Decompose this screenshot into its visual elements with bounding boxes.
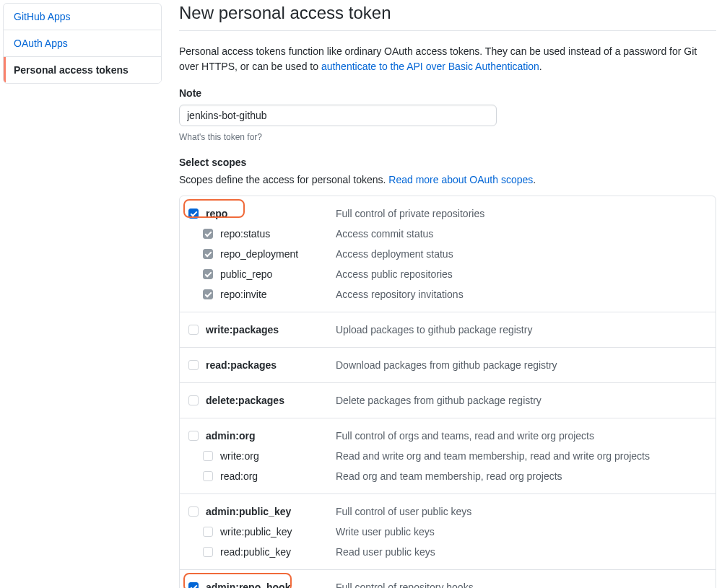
scopes-heading: Select scopes (179, 157, 716, 168)
checkbox-repo-deployment (203, 249, 213, 259)
scope-row-read-public-key: read:public_keyRead user public keys (188, 542, 707, 562)
scope-name: delete:packages (206, 393, 336, 408)
scope-row-admin-org: admin:orgFull control of orgs and teams,… (188, 426, 707, 446)
checkbox-admin-org[interactable] (188, 431, 199, 441)
scope-row-admin-public-key: admin:public_keyFull control of user pub… (188, 501, 707, 522)
auth-doc-link[interactable]: authenticate to the API over Basic Authe… (321, 61, 539, 72)
scope-row-admin-repo-hook: admin:repo_hookFull control of repositor… (188, 577, 707, 588)
scope-desc: Access deployment status (336, 247, 707, 261)
scope-name: write:org (220, 449, 336, 463)
sidebar-item-oauth-apps[interactable]: OAuth Apps (4, 30, 161, 57)
checkbox-write-packages[interactable] (188, 325, 199, 335)
scope-group-read-packages: read:packagesDownload packages from gith… (180, 348, 716, 383)
checkbox-admin-repo-hook[interactable] (188, 582, 199, 588)
scope-name: read:packages (206, 358, 336, 372)
checkbox-repo[interactable] (188, 209, 199, 219)
scope-desc: Upload packages to github package regist… (336, 322, 707, 337)
scopes-intro: Scopes define the access for personal to… (179, 174, 716, 185)
oauth-scopes-link[interactable]: Read more about OAuth scopes (388, 174, 533, 185)
scope-desc: Read user public keys (336, 545, 707, 559)
scope-name: read:public_key (220, 545, 336, 559)
scope-group-repo: repoFull control of private repositories… (180, 196, 716, 312)
scope-name: write:public_key (220, 525, 336, 539)
main-content: New personal access token Personal acces… (162, 3, 718, 588)
scope-group-admin-repo-hook: admin:repo_hookFull control of repositor… (180, 570, 716, 588)
scope-group-admin-public-key: admin:public_keyFull control of user pub… (180, 494, 716, 570)
scope-desc: Access public repositories (336, 267, 707, 281)
scope-desc: Full control of orgs and teams, read and… (336, 429, 707, 443)
scope-name: repo_deployment (220, 247, 336, 261)
scope-name: repo (206, 206, 336, 221)
sidebar: GitHub AppsOAuth AppsPersonal access tok… (3, 3, 162, 588)
scope-row-repo-deployment: repo_deploymentAccess deployment status (188, 244, 707, 264)
scope-name: repo:status (220, 227, 336, 241)
checkbox-write-public-key[interactable] (203, 527, 213, 537)
note-input[interactable] (179, 105, 497, 126)
scope-desc: Access repository invitations (336, 287, 707, 302)
scope-group-admin-org: admin:orgFull control of orgs and teams,… (180, 418, 716, 494)
scope-group-write-packages: write:packagesUpload packages to github … (180, 312, 716, 348)
sidebar-item-github-apps[interactable]: GitHub Apps (4, 4, 161, 30)
scope-row-write-org: write:orgRead and write org and team mem… (188, 446, 707, 466)
note-label: Note (179, 87, 716, 99)
scope-row-repo: repoFull control of private repositories (188, 203, 707, 224)
scope-desc: Access commit status (336, 227, 707, 241)
scope-name: write:packages (206, 322, 336, 337)
checkbox-delete-packages[interactable] (188, 395, 199, 405)
scope-name: admin:public_key (206, 504, 336, 519)
scope-desc: Read and write org and team membership, … (336, 449, 707, 463)
scope-name: public_repo (220, 267, 336, 281)
note-hint: What's this token for? (179, 132, 716, 142)
scope-group-delete-packages: delete:packagesDelete packages from gith… (180, 383, 716, 418)
scope-row-public-repo: public_repoAccess public repositories (188, 264, 707, 284)
scope-name: read:org (220, 469, 336, 483)
checkbox-public-repo (203, 269, 213, 279)
scopes-box: repoFull control of private repositories… (179, 196, 716, 588)
intro-text: Personal access tokens function like ord… (179, 44, 716, 74)
scope-row-repo-invite: repo:inviteAccess repository invitations (188, 284, 707, 304)
page-title: New personal access token (179, 3, 716, 31)
scope-desc: Full control of user public keys (336, 504, 707, 519)
scope-desc: Download packages from github package re… (336, 358, 707, 372)
scope-name: admin:org (206, 429, 336, 443)
sidebar-nav: GitHub AppsOAuth AppsPersonal access tok… (3, 3, 162, 84)
checkbox-repo-status (203, 229, 213, 239)
scope-row-delete-packages: delete:packagesDelete packages from gith… (188, 390, 707, 411)
scope-desc: Delete packages from github package regi… (336, 393, 707, 408)
checkbox-read-packages[interactable] (188, 360, 199, 370)
scope-row-write-packages: write:packagesUpload packages to github … (188, 320, 707, 340)
checkbox-admin-public-key[interactable] (188, 506, 199, 517)
checkbox-read-org[interactable] (203, 471, 213, 481)
scope-name: repo:invite (220, 287, 336, 302)
scope-name: admin:repo_hook (206, 580, 336, 588)
scope-desc: Full control of private repositories (336, 206, 707, 221)
checkbox-read-public-key[interactable] (203, 547, 213, 557)
checkbox-write-org[interactable] (203, 451, 213, 461)
scope-desc: Write user public keys (336, 525, 707, 539)
scope-row-read-org: read:orgRead org and team membership, re… (188, 466, 707, 486)
scope-desc: Read org and team membership, read org p… (336, 469, 707, 483)
sidebar-item-personal-access-tokens[interactable]: Personal access tokens (4, 57, 161, 83)
scope-row-read-packages: read:packagesDownload packages from gith… (188, 355, 707, 375)
scope-row-write-public-key: write:public_keyWrite user public keys (188, 522, 707, 542)
checkbox-repo-invite (203, 289, 213, 299)
scope-row-repo-status: repo:statusAccess commit status (188, 224, 707, 244)
scope-desc: Full control of repository hooks (336, 580, 707, 588)
